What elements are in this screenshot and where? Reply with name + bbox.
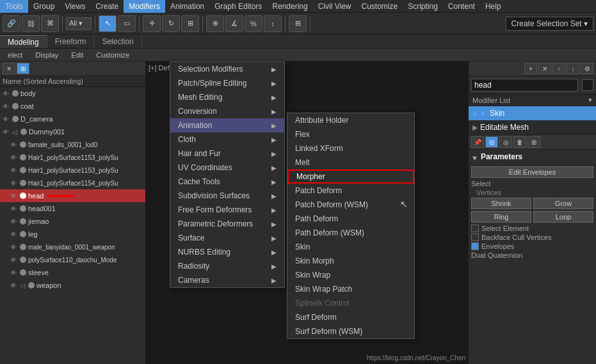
envelopes-checkbox[interactable] bbox=[471, 242, 479, 250]
show-btn[interactable]: ◎ bbox=[499, 136, 512, 148]
menu-civil-view[interactable]: Civil View bbox=[313, 0, 357, 13]
list-item-selected[interactable]: 👁 head bbox=[0, 189, 145, 202]
list-item[interactable]: 👁 head001 bbox=[0, 202, 145, 215]
select-rect-btn[interactable]: ▭ bbox=[118, 15, 136, 32]
menu-create[interactable]: Create bbox=[90, 0, 124, 13]
shrink-btn[interactable]: Shrink bbox=[471, 198, 531, 209]
angle-snap-btn[interactable]: ∡ bbox=[225, 15, 243, 32]
snap-btn[interactable]: ⊕ bbox=[206, 15, 224, 32]
tab-selection[interactable]: Selection bbox=[94, 35, 141, 48]
menu-customize[interactable]: Customize bbox=[356, 0, 403, 13]
percent-snap-btn[interactable]: % bbox=[245, 15, 262, 32]
menu-help[interactable]: Help bbox=[480, 0, 506, 13]
color-box[interactable] bbox=[582, 79, 593, 91]
menu-animation[interactable]: Animation bbox=[165, 0, 209, 13]
sub-menu-flex[interactable]: Flex bbox=[287, 127, 414, 141]
select-element-checkbox[interactable] bbox=[471, 225, 479, 232]
menu-cloth[interactable]: Cloth ▶ bbox=[170, 132, 284, 146]
pin-btn[interactable]: 📌 bbox=[471, 136, 484, 148]
grow-btn[interactable]: Grow bbox=[533, 198, 593, 209]
sub-menu-skin-wrap[interactable]: Skin Wrap bbox=[287, 268, 414, 282]
list-item[interactable]: 👁 famale_suits_0001_lod0 bbox=[0, 138, 145, 151]
edit-envelopes-btn[interactable]: Edit Envelopes bbox=[471, 166, 593, 178]
menu-hair-fur[interactable]: Hair and Fur ▶ bbox=[170, 146, 284, 161]
list-item[interactable]: 👁 leg bbox=[0, 228, 145, 241]
link-btn[interactable]: 🔗 bbox=[3, 15, 20, 32]
sub-menu-path-deform[interactable]: Path Deform bbox=[287, 212, 414, 226]
menu-surface[interactable]: Surface ▶ bbox=[170, 231, 284, 245]
deform-btn[interactable]: ⊟ bbox=[485, 136, 498, 148]
delete-btn[interactable]: 🗑 bbox=[513, 136, 526, 148]
move-up-btn[interactable]: ↑ bbox=[552, 63, 565, 74]
sub-tab-edit[interactable]: Edit bbox=[66, 51, 88, 59]
sub-menu-patch-deform[interactable]: Patch Deform bbox=[287, 184, 414, 198]
list-item[interactable]: 👁 male_tianyidao_0001_weapon bbox=[0, 241, 145, 253]
menu-nurbs[interactable]: NURBS Editing ▶ bbox=[170, 245, 284, 259]
menu-conversion[interactable]: Conversion ▶ bbox=[170, 104, 284, 118]
backface-cull-checkbox[interactable] bbox=[471, 233, 479, 241]
sub-menu-attr-holder[interactable]: Attribute Holder bbox=[287, 113, 414, 127]
add-modifier-btn[interactable]: + bbox=[524, 63, 537, 74]
list-item[interactable]: 👁 Hair1_polySurface1153_polySu bbox=[0, 164, 145, 177]
list-item[interactable]: 👁 ◁ weapon bbox=[0, 279, 145, 292]
ring-btn[interactable]: Ring bbox=[471, 211, 531, 223]
loop-btn[interactable]: Loop bbox=[533, 211, 593, 223]
mirror-btn[interactable]: ⊞ bbox=[289, 15, 307, 32]
menu-radiosity[interactable]: Radiosity ▶ bbox=[170, 259, 284, 273]
menu-mesh-editing[interactable]: Mesh Editing ▶ bbox=[170, 90, 284, 104]
name-input[interactable] bbox=[471, 79, 578, 91]
modifier-skin[interactable]: ◈ ► Skin bbox=[469, 106, 596, 120]
menu-selection-modifiers[interactable]: Selection Modifiers ▶ bbox=[170, 62, 284, 76]
spinner-snap-btn[interactable]: ↕ bbox=[264, 15, 282, 32]
list-item[interactable]: 👁 Hair1_polySurface1153_polySu bbox=[0, 151, 145, 164]
sub-menu-surf-deform-wsm[interactable]: Surf Deform (WSM) bbox=[287, 324, 414, 338]
list-item[interactable]: 👁 sleeve bbox=[0, 266, 145, 279]
select-btn[interactable]: ↖ bbox=[99, 15, 117, 32]
menu-views[interactable]: Views bbox=[60, 0, 90, 13]
menu-animation[interactable]: Animation ▶ bbox=[170, 118, 284, 132]
tab-freeform[interactable]: Freeform bbox=[47, 35, 95, 48]
tab-modeling[interactable]: Modeling bbox=[0, 35, 47, 48]
menu-tools[interactable]: Tools bbox=[0, 0, 28, 13]
menu-content[interactable]: Content bbox=[443, 0, 480, 13]
menu-uv-coords[interactable]: UV Coordinates ▶ bbox=[170, 161, 284, 175]
sub-menu-skin-morph[interactable]: Skin Morph bbox=[287, 254, 414, 268]
bind-btn[interactable]: ⌘ bbox=[41, 15, 59, 32]
scale-btn[interactable]: ⊞ bbox=[181, 15, 199, 32]
menu-graph-editors[interactable]: Graph Editors bbox=[209, 0, 267, 13]
list-item[interactable]: 👁 jiemao bbox=[0, 215, 145, 228]
rotate-btn[interactable]: ↻ bbox=[162, 15, 180, 32]
menu-cameras[interactable]: Cameras ▶ bbox=[170, 273, 284, 287]
list-item[interactable]: 👁 Hair1_polySurface1154_polySu bbox=[0, 177, 145, 189]
menu-patch-spline[interactable]: Patch/Spline Editing ▶ bbox=[170, 76, 284, 90]
menu-subdivision[interactable]: Subdivision Surfaces ▶ bbox=[170, 189, 284, 203]
selection-set-input[interactable]: Create Selection Set ▾ bbox=[506, 17, 593, 31]
menu-modifiers[interactable]: Modifiers bbox=[124, 0, 165, 13]
filter-btn[interactable]: ✕ bbox=[3, 63, 15, 74]
menu-cache-tools[interactable]: Cache Tools ▶ bbox=[170, 175, 284, 189]
hierarchy-btn[interactable]: ⊞ bbox=[17, 63, 29, 74]
modifier-editable-mesh[interactable]: ▶ Editable Mesh bbox=[469, 120, 596, 134]
move-down-btn[interactable]: ↓ bbox=[567, 63, 579, 74]
layer-dropdown[interactable]: All ▾ bbox=[66, 17, 92, 30]
sub-tab-customize[interactable]: Customize bbox=[91, 51, 134, 59]
unlink-btn[interactable]: ⛓ bbox=[22, 15, 40, 32]
move-btn[interactable]: ✛ bbox=[143, 15, 161, 32]
sub-tab-display[interactable]: Display bbox=[30, 51, 63, 59]
remove-modifier-btn[interactable]: ✕ bbox=[538, 63, 551, 74]
sub-menu-patch-deform-wsm[interactable]: Patch Deform (WSM) bbox=[287, 198, 414, 212]
list-item[interactable]: 👁 body bbox=[0, 87, 145, 100]
menu-ffd[interactable]: Free Form Deformers ▶ bbox=[170, 203, 284, 217]
menu-rendering[interactable]: Rendering bbox=[267, 0, 312, 13]
sub-menu-melt[interactable]: Melt bbox=[287, 155, 414, 170]
options-btn[interactable]: ⊞ bbox=[528, 136, 540, 148]
sub-menu-surf-deform[interactable]: Surf Deform bbox=[287, 310, 414, 324]
sub-menu-skin[interactable]: Skin bbox=[287, 240, 414, 254]
list-item[interactable]: 👁 D_camera bbox=[0, 113, 145, 125]
list-item[interactable]: 👁 coat bbox=[0, 100, 145, 113]
sub-menu-linked-xform[interactable]: Linked XForm bbox=[287, 141, 414, 155]
sub-menu-morpher[interactable]: Morpher bbox=[287, 170, 414, 184]
sub-menu-skin-wrap-patch[interactable]: Skin Wrap Patch bbox=[287, 282, 414, 296]
list-item[interactable]: 👁 polySurface110_daochu_Mode bbox=[0, 253, 145, 266]
menu-group[interactable]: Group bbox=[28, 0, 60, 13]
